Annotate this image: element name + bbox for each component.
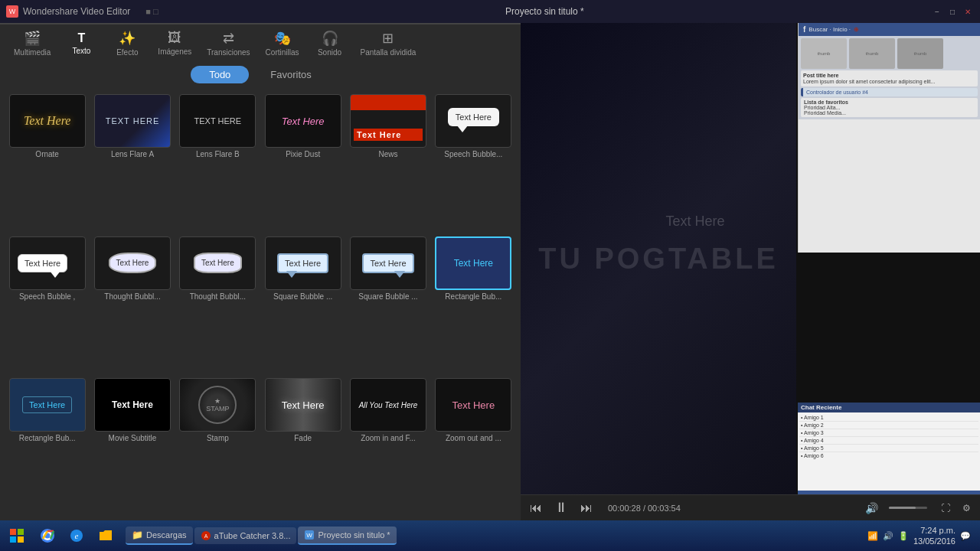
taskbar-app-folder[interactable] (92, 522, 119, 549)
toolbar-cortinillas[interactable]: 🎭 Cortinillas (258, 27, 307, 60)
start-button[interactable] (3, 522, 31, 549)
effects-grid: Text Here Ornate TEXT HERE Lens Flare A … (0, 88, 521, 520)
left-panel: 🎬 Multimedia T Texto ✨ Efecto 🖼 Imágenes… (0, 23, 521, 520)
effect-thumb-square-bubble-2: Text Here (350, 236, 426, 290)
maximize-button[interactable]: □ (946, 5, 959, 18)
app-icon: W (6, 5, 18, 18)
effect-label-lens-flare-b: Lens Flare B (179, 150, 256, 158)
svg-rect-0 (10, 529, 16, 535)
effect-thumb-news: Text Here (350, 94, 426, 148)
effect-speech-bubble-2[interactable]: Text Here Speech Bubble , (6, 235, 88, 374)
effect-square-bubble-1[interactable]: Text Here Square Bubble ... (262, 235, 344, 374)
effect-thumb-zoom-in: All You Text Here (350, 378, 426, 432)
effect-thumb-stamp: ★STAMP (179, 378, 256, 432)
video-preview: TU POGTABLE Text Here f Buscar · Inicio … (521, 23, 980, 494)
toolbar-sonido[interactable]: 🎧 Sonido (307, 27, 353, 60)
effect-thought-bubble-2[interactable]: Text Here Thought Bubbl... (177, 235, 259, 374)
volume-slider[interactable] (889, 507, 927, 509)
tab-favoritos[interactable]: Favoritos (252, 66, 329, 83)
effect-pixie-dust[interactable]: Text Here Pixie Dust (262, 93, 344, 232)
effect-thumb-speech-bubble-1: Text Here (435, 94, 511, 148)
effect-ornate[interactable]: Text Here Ornate (6, 93, 88, 232)
taskbar-window-atube[interactable]: A aTube Catcher 3.8... (194, 527, 297, 544)
fullscreen-button[interactable]: ⛶ (938, 501, 953, 515)
play-pause-button[interactable]: ⏸ (551, 498, 571, 517)
effect-label-zoom-out: Zoom out and ... (435, 434, 511, 442)
effect-stamp[interactable]: ★STAMP Stamp (177, 377, 259, 516)
multimedia-icon: 🎬 (24, 30, 41, 47)
skip-back-button[interactable]: ⏮ (527, 500, 545, 517)
svg-rect-1 (18, 529, 24, 535)
effect-zoom-out[interactable]: Text Here Zoom out and ... (433, 377, 514, 516)
effect-thumb-thought-bubble-2: Text Here (179, 236, 256, 290)
chat-panel: Chat Reciente • Amigo 1 • Amigo 2 • Amig… (798, 403, 980, 494)
settings-button[interactable]: ⚙ (959, 501, 974, 515)
svg-text:e: e (75, 531, 79, 540)
effect-thumb-rectangle-bub-2: Text Here (9, 378, 86, 432)
project-title: Proyecto sin titulo * (158, 6, 931, 17)
toolbar-transiciones[interactable]: ⇄ Transiciones (199, 27, 257, 60)
skip-forward-button[interactable]: ⏭ (577, 500, 596, 517)
effect-thumb-zoom-out: Text Here (435, 378, 511, 432)
social-header: f Buscar · Inicio · ⊕ (799, 23, 980, 36)
effect-news[interactable]: Text Here News (347, 93, 429, 232)
systray: 📶 🔊 🔋 7:24 p.m. 13/05/2016 💬 (861, 525, 977, 547)
effect-label-rectangle-bub-1: Rectangle Bub... (435, 292, 511, 301)
right-panel: TU POGTABLE Text Here f Buscar · Inicio … (521, 23, 980, 520)
effect-label-speech-bubble-1: Speech Bubble... (435, 150, 511, 158)
sound-icon: 🎧 (322, 30, 338, 47)
effect-label-movie-subtitle: Movie Subtitle (94, 434, 171, 442)
effect-zoom-in[interactable]: All You Text Here Zoom in and F... (347, 377, 429, 516)
minimize-button[interactable]: − (931, 5, 943, 18)
taskbar-app-chrome[interactable] (34, 522, 61, 549)
effect-label-zoom-in: Zoom in and F... (350, 434, 426, 442)
titlebar: W Wondershare Video Editor ■ □ Proyecto … (0, 0, 980, 23)
taskbar-window-descargas[interactable]: 📁 Descargas (126, 527, 193, 545)
effect-lens-flare-b[interactable]: TEXT HERE Lens Flare B (177, 93, 259, 232)
preview-overlay-text: Text Here (665, 213, 724, 229)
effect-thought-bubble-1[interactable]: Text Here Thought Bubbl... (91, 235, 173, 374)
tab-todo[interactable]: Todo (191, 66, 249, 83)
effect-speech-bubble-1[interactable]: Text Here Speech Bubble... (433, 93, 514, 232)
effect-label-pixie-dust: Pixie Dust (265, 150, 341, 158)
split-icon: ⊞ (382, 30, 394, 47)
svg-rect-2 (10, 536, 16, 543)
battery-icon: 🔋 (898, 530, 909, 541)
time-display: 00:00:28 / 00:03:54 (608, 504, 681, 513)
effect-movie-subtitle[interactable]: Text Here Movie Subtitle (91, 377, 173, 516)
network-icon: 📶 (867, 530, 878, 541)
effect-rectangle-bub-1[interactable]: Text Here Rectangle Bub... (433, 235, 514, 374)
app-title: Wondershare Video Editor (23, 6, 130, 17)
effect-label-square-bubble-2: Square Bubble ... (350, 292, 426, 301)
volume-icon: 🔊 (865, 502, 878, 514)
effect-rectangle-bub-2[interactable]: Text Here Rectangle Bub... (6, 377, 88, 516)
effect-label-ornate: Ornate (9, 150, 86, 158)
toolbar-pantalla[interactable]: ⊞ Pantalla dividida (353, 27, 424, 60)
close-button[interactable]: ✕ (962, 5, 974, 18)
toolbar-texto[interactable]: T Texto (58, 28, 104, 58)
taskbar-app-ie[interactable]: e (63, 522, 90, 549)
effect-thumb-speech-bubble-2: Text Here (9, 236, 86, 290)
curtains-icon: 🎭 (274, 30, 291, 47)
effect-label-rectangle-bub-2: Rectangle Bub... (9, 434, 86, 442)
toolbar-imagenes[interactable]: 🖼 Imágenes (150, 27, 199, 59)
effect-thumb-ornate: Text Here (9, 94, 86, 148)
effect-thumb-fade: Text Here (265, 378, 341, 432)
toolbar-multimedia[interactable]: 🎬 Multimedia (6, 27, 58, 60)
svg-text:W: W (307, 532, 313, 539)
system-clock: 7:24 p.m. 13/05/2016 (913, 525, 956, 547)
notifications-icon[interactable]: 💬 (960, 530, 971, 541)
effect-thumb-square-bubble-1: Text Here (265, 236, 341, 290)
taskbar-apps: e (34, 522, 119, 549)
effect-thumb-pixie-dust: Text Here (265, 94, 341, 148)
taskbar-windows: 📁 Descargas A aTube Catcher 3.8... W Pro… (126, 527, 861, 545)
effect-lens-flare-a[interactable]: TEXT HERE Lens Flare A (91, 93, 173, 232)
toolbar-efecto[interactable]: ✨ Efecto (104, 27, 150, 60)
effect-label-thought-bubble-2: Thought Bubbl... (179, 292, 256, 301)
effect-thumb-rectangle-bub-1: Text Here (435, 236, 511, 290)
effect-square-bubble-2[interactable]: Text Here Square Bubble ... (347, 235, 429, 374)
taskbar-window-project[interactable]: W Proyecto sin titulo * (298, 527, 396, 545)
images-icon: 🖼 (168, 30, 181, 46)
effects-tabs: Todo Favoritos (0, 61, 521, 88)
effect-fade[interactable]: Text Here Fade (262, 377, 344, 516)
